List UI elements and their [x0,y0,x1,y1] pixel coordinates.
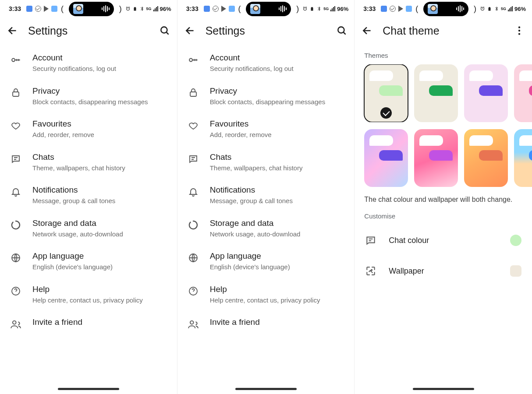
outgoing-bubble [479,150,503,161]
check-circle-icon [35,6,41,12]
status-bar: 3:33 ( ) 5G 96% [177,0,355,18]
svg-point-0 [161,27,167,33]
settings-item-language[interactable]: App languageEnglish (device's language) [177,245,355,278]
item-title: Notifications [210,185,293,195]
settings-item-account[interactable]: AccountSecurity notifications, log out [177,46,355,80]
back-arrow-icon[interactable] [362,25,373,36]
svg-rect-2 [13,92,19,96]
phone-settings-2: 3:33 ( ) 5G 96% Settings [177,0,355,394]
item-title: Privacy [210,86,325,96]
svg-point-1 [12,59,15,62]
bluetooth-icon [316,6,322,11]
item-title: Help [210,285,320,294]
play-outline-icon [398,6,403,12]
heart-icon [11,120,21,131]
theme-tile[interactable] [414,129,458,187]
back-arrow-icon[interactable] [184,25,196,36]
customise-chat-colour[interactable]: Chat colour [355,225,532,256]
settings-item-invite[interactable]: Invite a friend [0,311,177,337]
nav-bar[interactable] [0,383,177,394]
audio-bars-icon [279,5,287,12]
app-bar: Settings [0,18,177,44]
theme-tile[interactable] [464,129,508,187]
incoming-bubble [369,70,393,81]
app-square-icon [406,6,412,12]
theme-tile[interactable] [364,129,408,187]
audio-bars-icon [456,5,464,12]
item-title: Favourites [32,119,94,129]
signal-icon [330,6,335,11]
settings-item-language[interactable]: App languageEnglish (device's language) [0,245,177,278]
dynamic-island[interactable] [246,2,291,16]
theme-tile[interactable] [514,129,532,187]
item-subtitle: Add, reorder, remove [32,130,94,139]
avatar-icon [250,4,260,14]
theme-tile[interactable] [414,64,458,122]
globe-icon [188,253,199,263]
avatar-icon [428,4,438,14]
heart-icon [188,120,199,131]
settings-item-storage[interactable]: Storage and dataNetwork usage, auto-down… [0,212,177,245]
settings-item-privacy[interactable]: PrivacyBlock contacts, disappearing mess… [0,80,177,113]
themes-row-2 [355,129,532,187]
settings-item-help[interactable]: HelpHelp centre, contact us, privacy pol… [0,278,177,311]
customise-wallpaper[interactable]: Wallpaper [355,256,532,286]
customise-section-label: Customise [355,206,532,225]
lock-icon [11,88,21,98]
settings-item-privacy[interactable]: PrivacyBlock contacts, disappearing mess… [177,80,355,113]
outgoing-bubble [429,85,453,96]
item-subtitle: Help centre, contact us, privacy policy [210,296,320,305]
nav-bar[interactable] [177,383,355,394]
dynamic-island[interactable] [69,2,114,16]
help-icon [11,286,21,296]
check-circle-icon [390,6,396,12]
item-subtitle: Network usage, auto-download [32,230,123,239]
settings-item-notifications[interactable]: NotificationsMessage, group & call tones [0,179,177,212]
dynamic-island[interactable] [423,2,468,16]
settings-item-favourites[interactable]: FavouritesAdd, reorder, remove [177,113,355,146]
cloud-icon [26,6,32,12]
settings-item-chats[interactable]: ChatsTheme, wallpapers, chat history [177,146,355,179]
settings-item-storage[interactable]: Storage and dataNetwork usage, auto-down… [177,212,355,245]
item-subtitle: Network usage, auto-download [210,230,301,239]
svg-point-13 [518,30,520,32]
settings-item-favourites[interactable]: FavouritesAdd, reorder, remove [0,113,177,146]
theme-tile[interactable] [514,64,532,122]
incoming-bubble [469,135,493,146]
search-icon[interactable] [159,25,170,36]
incoming-bubble [419,135,443,146]
settings-item-notifications[interactable]: NotificationsMessage, group & call tones [177,179,355,212]
themes-section-label: Themes [355,44,532,64]
back-arrow-icon[interactable] [7,25,18,36]
item-title: Invite a friend [210,317,260,327]
nav-bar[interactable] [355,383,532,394]
status-time: 3:33 [363,5,376,12]
settings-item-help[interactable]: HelpHelp centre, contact us, privacy pol… [177,278,355,311]
incoming-bubble [519,135,532,146]
more-vert-icon[interactable] [514,25,525,36]
theme-tile[interactable] [364,64,408,122]
incoming-bubble [369,135,393,146]
outgoing-bubble [479,85,503,96]
status-bar: 3:33 ( ) 5G 96% [0,0,177,18]
outgoing-bubble [529,150,532,161]
cloud-icon [381,6,387,12]
app-bar: Settings [177,18,355,44]
settings-item-invite[interactable]: Invite a friend [177,311,355,337]
cloud-icon [204,6,210,12]
item-title: Account [32,53,116,63]
item-title: Storage and data [32,218,123,228]
chat-icon [11,154,21,164]
item-title: Chats [210,152,303,162]
page-title: Settings [28,25,149,37]
search-icon[interactable] [336,25,348,36]
item-subtitle: Message, group & call tones [210,197,293,205]
settings-item-account[interactable]: AccountSecurity notifications, log out [0,46,177,80]
globe-icon [11,253,21,263]
theme-tile[interactable] [464,64,508,122]
status-bar: 3:33 ( ) 5G 96% [355,0,532,18]
item-subtitle: Block contacts, disappearing messages [32,98,148,106]
battery-percent: 96% [160,6,171,12]
settings-item-chats[interactable]: ChatsTheme, wallpapers, chat history [0,146,177,179]
item-subtitle: English (device's language) [210,263,290,271]
